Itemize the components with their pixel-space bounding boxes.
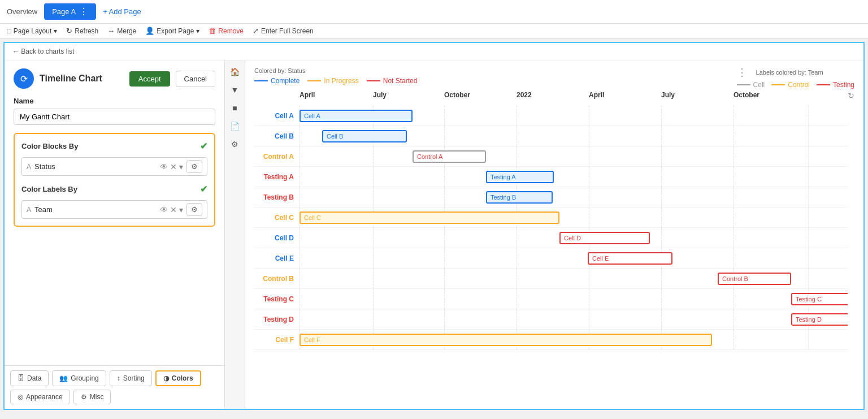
refresh-button[interactable]: ↻ Refresh <box>66 27 98 35</box>
gantt-bar[interactable]: Control A <box>413 150 486 163</box>
accept-button[interactable]: Accept <box>129 71 170 87</box>
legend-line-testing <box>817 84 830 85</box>
settings-icon-button[interactable]: ⚙ <box>227 136 243 152</box>
legend-label-complete: Complete <box>271 77 300 85</box>
legend-item-inprogress: In Progress <box>307 77 358 85</box>
gantt-row-content: Testing C <box>300 289 848 309</box>
stop-icon-button[interactable]: ■ <box>227 100 243 116</box>
clear-icon-2[interactable]: ✕ <box>170 205 177 214</box>
toolbar: □ Page Layout ▾ ↻ Refresh ↔ Merge 👤 Expo… <box>0 24 868 38</box>
page-layout-button[interactable]: □ Page Layout ▾ <box>7 27 57 35</box>
legend-left: Colored by: Status Complete In Progress <box>254 66 417 85</box>
name-label: Name <box>14 97 215 105</box>
gantt-bar[interactable]: Cell E <box>588 252 672 265</box>
gantt-row-label: Cell F <box>254 336 300 344</box>
gantt-row-content: Testing B <box>300 187 848 207</box>
gantt-bar[interactable]: Cell C <box>300 211 559 224</box>
tab-misc[interactable]: ⚙ Misc <box>73 390 111 404</box>
remove-button[interactable]: 🗑 Remove <box>209 27 244 35</box>
more-icon[interactable]: ⋮ <box>737 66 747 79</box>
color-labels-gear-button[interactable]: ⚙ <box>186 203 202 216</box>
refresh-icon: ↻ <box>66 27 72 35</box>
color-blocks-title: Color Blocks By ✔ <box>21 141 207 152</box>
layout-icon: □ <box>7 27 11 35</box>
gantt-row: Cell FCell F <box>254 330 848 350</box>
gantt-row-content: Control B <box>300 269 848 288</box>
gantt-row: Control AControl A <box>254 146 848 167</box>
gantt-row-content: Testing D <box>300 309 848 329</box>
gantt-bar[interactable]: Testing C <box>791 293 848 305</box>
add-page-button[interactable]: + Add Page <box>103 7 141 16</box>
gantt-row: Control BControl B <box>254 269 848 289</box>
color-blocks-section: Color Blocks By ✔ A Status 👁 ✕ ▾ ⚙ <box>14 133 215 227</box>
legend-line-inprogress <box>307 80 321 81</box>
legend-line-complete <box>254 80 268 81</box>
legend-line-control <box>771 84 785 85</box>
export-page-button[interactable]: 👤 Export Page ▾ <box>145 27 199 35</box>
gantt-row: Testing CTesting C <box>254 289 848 309</box>
tab-appearance[interactable]: ◎ Appearance <box>10 390 70 404</box>
refresh-chart-icon[interactable]: ↻ <box>848 91 854 100</box>
gantt-row-label: Testing D <box>254 316 300 323</box>
gantt-bar[interactable]: Control B <box>718 273 791 285</box>
gantt-row: Testing ATesting A <box>254 167 848 187</box>
color-labels-title: Color Labels By ✔ <box>21 184 207 195</box>
gantt-bar[interactable]: Cell A <box>300 110 413 122</box>
gantt-row-content: Cell E <box>300 248 848 268</box>
merge-button[interactable]: ↔ Merge <box>107 27 136 35</box>
gantt-bar[interactable]: Testing D <box>791 313 848 326</box>
gantt-bar[interactable]: Testing A <box>486 171 554 183</box>
clear-icon[interactable]: ✕ <box>170 162 177 171</box>
label-legend-items: Cell Control Testing <box>737 81 854 89</box>
right-area: 🏠 ▼ ■ 📄 ⚙ Colored by: Status Complete <box>225 61 863 409</box>
time-october-1: October <box>444 91 470 99</box>
color-blocks-gear-button[interactable]: ⚙ <box>186 160 202 173</box>
side-icon-bar: 🏠 ▼ ■ 📄 ⚙ <box>225 61 245 409</box>
appearance-icon: ◎ <box>18 393 23 401</box>
eye-icon-2[interactable]: 👁 <box>160 205 168 214</box>
time-april-1: April <box>300 91 315 99</box>
grouping-icon: 👥 <box>59 374 68 382</box>
legend-line-notstarted <box>367 80 380 81</box>
text-field-icon: A <box>27 163 31 171</box>
time-july-1: July <box>373 91 387 99</box>
chevron-down-icon: ▾ <box>54 27 57 35</box>
gantt-row-content: Cell D <box>300 228 848 248</box>
tab-data[interactable]: 🗄 Data <box>10 370 49 386</box>
gantt-row-label: Cell D <box>254 234 300 242</box>
legend-item-testing: Testing <box>817 81 854 89</box>
gantt-bar[interactable]: Cell B <box>322 130 407 142</box>
page-a-button[interactable]: Page A ⋮ <box>44 3 96 20</box>
time-july-2: July <box>661 91 675 99</box>
file-icon-button[interactable]: 📄 <box>227 118 243 134</box>
tab-colors[interactable]: ◑ Colors <box>155 370 201 386</box>
color-labels-field-row[interactable]: A Team 👁 ✕ ▾ ⚙ <box>21 200 207 219</box>
gantt-row-label: Testing A <box>254 173 300 181</box>
eye-icon[interactable]: 👁 <box>160 162 168 171</box>
time-april-2: April <box>589 91 604 99</box>
legend-label-inprogress: In Progress <box>324 77 358 85</box>
cancel-button[interactable]: Cancel <box>176 71 215 87</box>
gantt-row-label: Control B <box>254 275 300 283</box>
top-nav: Overview Page A ⋮ + Add Page <box>0 0 868 24</box>
gantt-bar[interactable]: Testing B <box>486 191 553 204</box>
overview-link[interactable]: Overview <box>7 7 37 16</box>
gantt-rows: Cell ACell ACell BCell BControl AControl… <box>254 106 848 350</box>
tab-sorting[interactable]: ↕ Sorting <box>110 370 152 386</box>
name-input[interactable] <box>14 109 215 125</box>
chevron-down-icon-2[interactable]: ▾ <box>179 205 183 214</box>
fullscreen-button[interactable]: ⤢ Enter Full Screen <box>253 27 314 35</box>
chevron-down-icon[interactable]: ▾ <box>179 162 183 171</box>
gantt-bar[interactable]: Cell D <box>559 232 650 244</box>
back-link[interactable]: ← Back to charts list <box>5 43 863 61</box>
gantt-row: Testing BTesting B <box>254 187 848 208</box>
gantt-row-label: Control A <box>254 153 300 161</box>
tab-grouping[interactable]: 👥 Grouping <box>52 370 106 386</box>
color-blocks-field-row[interactable]: A Status 👁 ✕ ▾ ⚙ <box>21 157 207 176</box>
filter-icon-button[interactable]: ▼ <box>227 82 243 98</box>
labels-colored-label: Labels colored by: Team <box>756 69 823 76</box>
home-icon-button[interactable]: 🏠 <box>227 64 243 80</box>
legend-label-cell: Cell <box>753 81 765 89</box>
gantt-bar[interactable]: Cell F <box>300 334 712 346</box>
gantt-row-content: Cell A <box>300 106 848 126</box>
